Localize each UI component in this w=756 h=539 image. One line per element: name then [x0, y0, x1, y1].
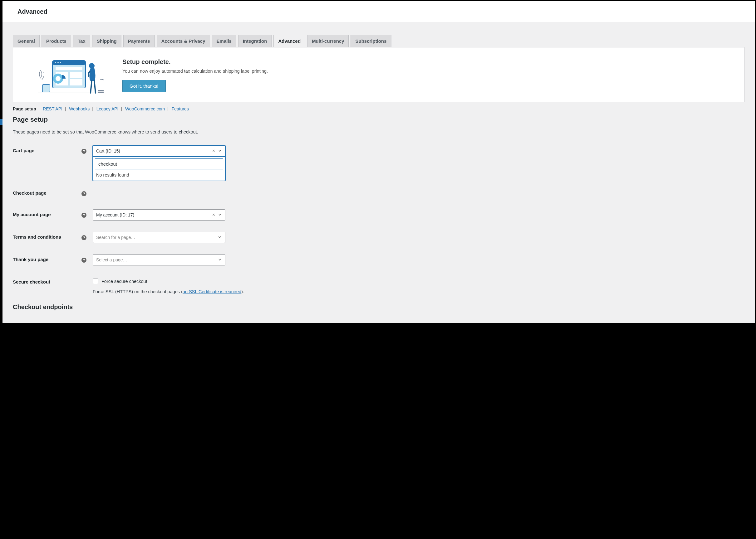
force-secure-label: Force secure checkout: [101, 279, 147, 284]
chevron-down-icon[interactable]: [218, 235, 222, 240]
notice-description: You can now enjoy automated tax calculat…: [122, 69, 268, 74]
svg-rect-8: [70, 72, 82, 78]
subnav-woocommerce-com[interactable]: WooCommerce.com: [125, 106, 165, 112]
svg-rect-9: [70, 79, 82, 86]
subnav-rest-api[interactable]: REST API: [43, 106, 62, 112]
subnav-page-setup[interactable]: Page setup: [13, 106, 36, 112]
tab-shipping[interactable]: Shipping: [92, 35, 122, 47]
clear-icon[interactable]: ×: [212, 148, 215, 154]
cart-page-value: Cart (ID: 15): [96, 148, 120, 153]
tab-multi-currency[interactable]: Multi-currency: [307, 35, 349, 47]
terms-label: Terms and conditions: [13, 232, 81, 240]
svg-rect-2: [52, 60, 85, 65]
my-account-page-select[interactable]: My account (ID: 17) ×: [93, 209, 225, 220]
thank-you-label: Thank you page: [13, 254, 81, 262]
my-account-page-label: My account page: [13, 209, 81, 217]
checkout-endpoints-title: Checkout endpoints: [13, 303, 744, 311]
section-title: Page setup: [13, 116, 744, 123]
subnav-webhooks[interactable]: Webhooks: [69, 106, 90, 112]
thank-you-page-select[interactable]: Select a page…: [93, 254, 225, 266]
svg-point-10: [89, 63, 95, 69]
cart-page-dropdown: No results found: [93, 157, 225, 181]
cart-page-select[interactable]: Cart (ID: 15) ×: [93, 145, 225, 157]
page-title: Advanced: [18, 8, 755, 15]
tab-subscriptions[interactable]: Subscriptions: [350, 35, 391, 47]
tab-products[interactable]: Products: [42, 35, 71, 47]
checkout-page-label: Checkout page: [13, 188, 81, 195]
notice-title: Setup complete.: [122, 58, 268, 65]
terms-page-select[interactable]: Search for a page…: [93, 232, 225, 243]
sub-nav: Page setup | REST API | Webhooks | Legac…: [3, 102, 755, 116]
help-icon[interactable]: ?: [81, 235, 86, 240]
tab-general[interactable]: General: [13, 35, 40, 47]
cart-page-search-input[interactable]: [95, 158, 223, 169]
setup-complete-notice: Setup complete. You can now enjoy automa…: [13, 47, 744, 102]
page-header: Advanced: [3, 1, 755, 22]
help-icon[interactable]: ?: [81, 149, 86, 154]
tab-tax[interactable]: Tax: [73, 35, 90, 47]
notice-illustration: [23, 55, 104, 96]
secure-checkout-label: Secure checkout: [13, 277, 81, 284]
help-icon[interactable]: ?: [81, 258, 86, 263]
chevron-down-icon[interactable]: [218, 257, 222, 263]
tab-integration[interactable]: Integration: [238, 35, 272, 47]
help-icon[interactable]: ?: [81, 191, 86, 196]
admin-menu-indicator: [0, 119, 3, 125]
subnav-features[interactable]: Features: [172, 106, 189, 112]
chevron-down-icon[interactable]: [218, 148, 222, 154]
svg-point-4: [57, 62, 59, 63]
section-description: These pages need to be set so that WooCo…: [13, 129, 744, 134]
no-results-message: No results found: [95, 169, 223, 179]
help-icon[interactable]: ?: [81, 213, 86, 218]
chevron-down-icon[interactable]: [218, 212, 222, 218]
svg-point-3: [55, 62, 56, 63]
tab-accounts-privacy[interactable]: Accounts & Privacy: [157, 35, 210, 47]
settings-tabs: General Products Tax Shipping Payments A…: [3, 22, 755, 47]
clear-icon[interactable]: ×: [212, 212, 215, 218]
ssl-note: Force SSL (HTTPS) on the checkout pages …: [93, 289, 744, 294]
cart-page-label: Cart page: [13, 145, 81, 153]
svg-point-5: [60, 62, 61, 63]
svg-rect-6: [55, 67, 82, 70]
tab-emails[interactable]: Emails: [212, 35, 236, 47]
got-it-button[interactable]: Got it, thanks!: [122, 80, 166, 92]
ssl-certificate-link[interactable]: an SSL Certificate is required: [183, 289, 241, 294]
subnav-legacy-api[interactable]: Legacy API: [96, 106, 119, 112]
terms-placeholder: Search for a page…: [96, 235, 135, 240]
force-secure-checkbox[interactable]: [93, 278, 98, 284]
tab-advanced[interactable]: Advanced: [273, 35, 305, 47]
thank-you-placeholder: Select a page…: [96, 257, 127, 262]
tab-payments[interactable]: Payments: [123, 35, 155, 47]
svg-rect-0: [43, 85, 50, 92]
my-account-page-value: My account (ID: 17): [96, 212, 134, 217]
